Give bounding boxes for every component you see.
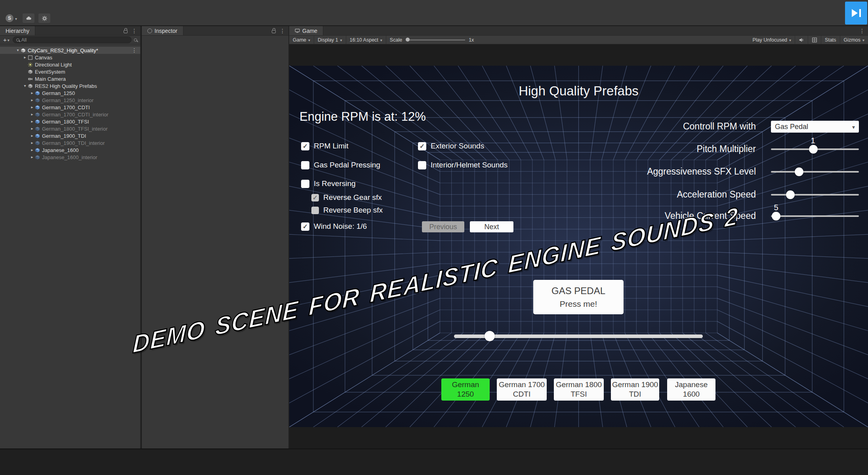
- hierarchy-item-res2-prefabs[interactable]: RES2 High Quality Prefabs: [0, 82, 140, 89]
- hierarchy-item-canvas[interactable]: Canvas: [0, 54, 140, 61]
- car-button-german-1900-tdi[interactable]: German 1900 TDI: [611, 378, 659, 401]
- expand-arrow-icon[interactable]: [29, 104, 35, 111]
- speed-slider-knob[interactable]: [485, 331, 495, 341]
- checkbox-box[interactable]: [418, 161, 426, 169]
- hierarchy-item-directional-light[interactable]: Directional Light: [0, 61, 140, 68]
- expand-arrow-icon[interactable]: [29, 118, 35, 125]
- collapse-arrow-icon[interactable]: [22, 82, 28, 89]
- hierarchy-item-japanese-1600[interactable]: Japanese_1600: [0, 146, 140, 154]
- hierarchy-item-german-1700-cdti-interior[interactable]: German_1700_CDTI_interior: [0, 111, 140, 118]
- checkbox-reverse-gear-sfx[interactable]: Reverse Gear sfx: [311, 193, 382, 202]
- mute-audio-button[interactable]: [795, 36, 808, 44]
- slider-knob[interactable]: [809, 145, 818, 154]
- hierarchy-item-german-1250-interior[interactable]: German_1250_interior: [0, 97, 140, 104]
- hierarchy-item-german-1900-tdi[interactable]: German_1900_TDI: [0, 132, 140, 139]
- hierarchy-item-german-1900-tdi-interior[interactable]: German_1900_TDI_interior: [0, 139, 140, 146]
- gas-pedal-subtitle: Press me!: [560, 299, 597, 309]
- hierarchy-panel: Hierarchy + All CityCars_RES2_Hi: [0, 26, 141, 448]
- expand-arrow-icon[interactable]: [29, 154, 35, 161]
- checkbox-box[interactable]: [418, 142, 426, 150]
- car-button-german-1800-tfsi[interactable]: German 1800 TFSI: [554, 378, 604, 401]
- next-button[interactable]: Next: [470, 221, 513, 232]
- checkbox-box[interactable]: [311, 207, 319, 214]
- checkbox-interior-helmet-sounds[interactable]: Interior/Helmet Sounds: [418, 161, 507, 169]
- car-button-german-1700-cdti[interactable]: German 1700 CDTI: [497, 378, 547, 401]
- checkbox-rpm-limit[interactable]: RPM Limit: [301, 142, 349, 150]
- vehicle-current-speed-slider[interactable]: [771, 215, 859, 217]
- checkbox-reverse-beep-sfx[interactable]: Reverse Beep sfx: [311, 206, 383, 215]
- hierarchy-item-japanese-1600-interior[interactable]: Japanese_1600_interior: [0, 154, 140, 161]
- checkbox-is-reversing[interactable]: Is Reversing: [301, 179, 356, 188]
- checkbox-box[interactable]: [311, 194, 319, 201]
- kebab-menu-icon[interactable]: [132, 47, 137, 53]
- lock-icon[interactable]: [124, 30, 128, 33]
- metrics-button[interactable]: [808, 36, 821, 44]
- hierarchy-item-german-1250[interactable]: German_1250: [0, 89, 140, 97]
- car-button-german-1250[interactable]: German 1250: [441, 378, 490, 401]
- stats-toggle[interactable]: Stats: [821, 36, 840, 44]
- kebab-menu-icon[interactable]: [280, 27, 285, 34]
- checkbox-exterior-sounds[interactable]: Exterior Sounds: [418, 142, 484, 150]
- checkbox-box[interactable]: [301, 142, 309, 150]
- car-button-japanese-1600[interactable]: Japanese 1600: [667, 378, 715, 401]
- checkbox-box[interactable]: [301, 161, 309, 169]
- chevron-down-icon: [862, 37, 864, 43]
- prefab-icon: [35, 91, 40, 96]
- play-unfocused-dropdown[interactable]: Play Unfocused: [749, 36, 796, 44]
- expand-arrow-icon[interactable]: [22, 54, 28, 61]
- scale-slider-knob[interactable]: [406, 38, 410, 42]
- hierarchy-item-german-1800-tfsi[interactable]: German_1800_TFSI: [0, 118, 140, 125]
- acceleration-speed-slider[interactable]: [771, 194, 859, 196]
- settings-button[interactable]: [38, 13, 50, 23]
- lock-icon[interactable]: [272, 30, 276, 33]
- display-dropdown[interactable]: Display 1: [314, 36, 346, 44]
- search-filter-icon[interactable]: [134, 38, 137, 42]
- rpm-source-dropdown[interactable]: Gas Pedal: [771, 121, 859, 133]
- expand-arrow-icon[interactable]: [29, 132, 35, 139]
- scale-slider[interactable]: [406, 40, 465, 40]
- gameobject-icon: [28, 69, 33, 74]
- create-object-button[interactable]: +: [2, 36, 10, 43]
- slider-knob[interactable]: [786, 190, 795, 199]
- collapse-arrow-icon[interactable]: [15, 47, 21, 54]
- checkbox-gas-pedal-pressing[interactable]: Gas Pedal Pressing: [301, 161, 380, 169]
- expand-arrow-icon[interactable]: [29, 111, 35, 118]
- hierarchy-item-german-1800-tfsi-interior[interactable]: German_1800_TFSI_interior: [0, 125, 140, 132]
- expand-arrow-icon[interactable]: [29, 97, 35, 104]
- kebab-menu-icon[interactable]: [132, 27, 137, 34]
- pitch-multiplier-slider[interactable]: [771, 148, 859, 150]
- speed-slider[interactable]: [454, 334, 703, 338]
- hierarchy-search-input[interactable]: All: [13, 36, 132, 43]
- expand-arrow-icon[interactable]: [29, 139, 35, 146]
- tab-inspector[interactable]: Inspector: [142, 26, 183, 35]
- hierarchy-item-german-1700-cdti[interactable]: German_1700_CDTI: [0, 104, 140, 111]
- expand-arrow-icon[interactable]: [29, 125, 35, 132]
- rpm-source-value: Gas Pedal: [775, 123, 808, 131]
- kebab-menu-icon[interactable]: [859, 27, 865, 34]
- aspect-ratio-dropdown[interactable]: 16:10 Aspect: [346, 36, 386, 44]
- hierarchy-item-main-camera[interactable]: Main Camera: [0, 75, 140, 82]
- tab-game[interactable]: Game: [289, 26, 323, 35]
- checkbox-wind-noise[interactable]: Wind Noise: 1/6: [301, 222, 367, 231]
- hierarchy-toolbar: + All: [0, 36, 140, 44]
- cloud-button[interactable]: [23, 13, 34, 23]
- account-button[interactable]: S: [4, 13, 19, 23]
- expand-arrow-icon[interactable]: [29, 146, 35, 154]
- gizmos-dropdown[interactable]: Gizmos: [840, 36, 868, 44]
- game-view-dropdown[interactable]: Game: [289, 36, 314, 44]
- tab-hierarchy[interactable]: Hierarchy: [0, 26, 35, 35]
- slider-knob[interactable]: [795, 167, 803, 176]
- previous-button[interactable]: Previous: [422, 221, 464, 232]
- expand-arrow-icon[interactable]: [29, 89, 35, 97]
- play-overlay-button[interactable]: [845, 2, 867, 25]
- checkbox-box[interactable]: [301, 180, 309, 188]
- scene-title: High Quality Prefabs: [289, 84, 868, 99]
- checkbox-box[interactable]: [301, 222, 309, 231]
- hierarchy-item-eventsystem[interactable]: EventSystem: [0, 68, 140, 75]
- hierarchy-scene-row[interactable]: CityCars_RES2_High_Quality*: [0, 47, 140, 54]
- pitch-multiplier-value: 1: [801, 136, 825, 145]
- aggressiveness-sfx-slider[interactable]: [771, 171, 859, 173]
- gameobject-icon: [28, 84, 33, 89]
- gas-pedal-button[interactable]: GAS PEDAL Press me!: [533, 280, 624, 314]
- scene-name: CityCars_RES2_High_Quality*: [28, 48, 98, 53]
